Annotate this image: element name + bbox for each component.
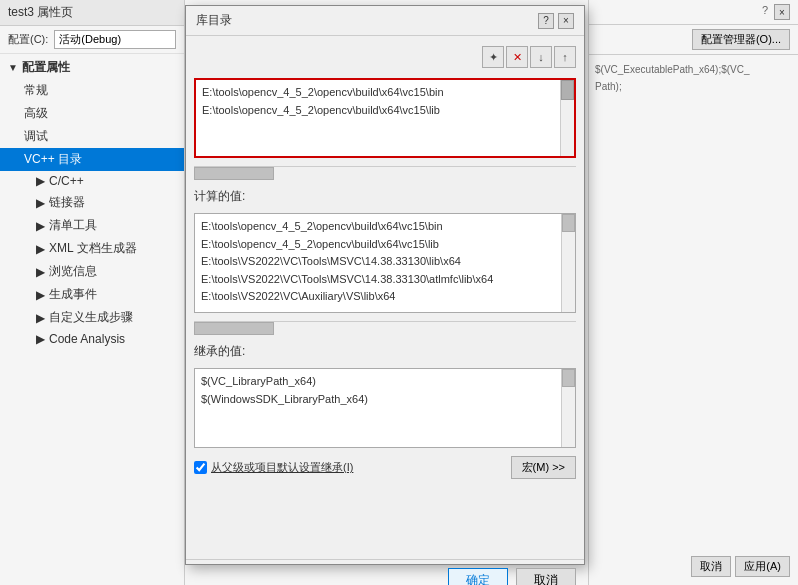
right-bg-panel: ? × 配置管理器(O)... $(VC_ExecutablePath_x64)… bbox=[588, 0, 798, 585]
edit-box-content: E:\tools\opencv_4_5_2\opencv\build\x64\v… bbox=[196, 80, 574, 123]
tree-item-custom-build[interactable]: ▶ 自定义生成步骤 bbox=[0, 306, 184, 329]
right-help-btn[interactable]: ? bbox=[762, 4, 768, 20]
h-scrollbar-2-thumb bbox=[194, 322, 274, 335]
right-config-mgr-btn[interactable]: 配置管理器(O)... bbox=[692, 29, 790, 50]
tree-item-vc-dirs[interactable]: VC++ 目录 bbox=[0, 148, 184, 171]
tree-root: ▼ 配置属性 bbox=[0, 56, 184, 79]
computed-line-3: E:\tools\VS2022\VC\Tools\MSVC\14.38.3313… bbox=[201, 253, 569, 271]
config-dropdown[interactable]: 活动(Debug) bbox=[54, 30, 176, 49]
tree-arrow: ▼ bbox=[8, 62, 18, 73]
right-footer-btns: 取消 应用(A) bbox=[691, 556, 790, 577]
properties-page-title: test3 属性页 bbox=[0, 0, 184, 26]
inherited-scrollbar[interactable] bbox=[561, 369, 575, 447]
computed-scrollbar-thumb bbox=[562, 214, 575, 232]
inherited-box-content: $(VC_LibraryPath_x64) $(WindowsSDK_Libra… bbox=[195, 369, 575, 412]
h-scrollbar[interactable] bbox=[194, 166, 576, 180]
computed-line-1: E:\tools\opencv_4_5_2\opencv\build\x64\v… bbox=[201, 218, 569, 236]
computed-scrollbar[interactable] bbox=[561, 214, 575, 312]
right-apply-btn[interactable]: 应用(A) bbox=[735, 556, 790, 577]
edit-scrollbar[interactable] bbox=[560, 80, 574, 156]
right-header: ? × bbox=[589, 0, 798, 25]
tree-item-browse[interactable]: ▶ 浏览信息 bbox=[0, 260, 184, 283]
tree-expand-arrow3: ▶ bbox=[36, 219, 45, 233]
right-bg-content: $(VC_ExecutablePath_x64);$(VC_ Path); bbox=[589, 55, 798, 101]
toolbar-delete-btn[interactable]: ✕ bbox=[506, 46, 528, 68]
ok-btn[interactable]: 确定 bbox=[448, 568, 508, 585]
inherit-checkbox[interactable] bbox=[194, 461, 207, 474]
right-close-btn[interactable]: × bbox=[774, 4, 790, 20]
macro-btn[interactable]: 宏(M) >> bbox=[511, 456, 576, 479]
checkbox-row: 从父级或项目默认设置继承(I) bbox=[194, 460, 353, 475]
tree-expand-arrow8: ▶ bbox=[36, 332, 45, 346]
tree-item-build-events[interactable]: ▶ 生成事件 bbox=[0, 283, 184, 306]
inherit-checkbox-label[interactable]: 从父级或项目默认设置继承(I) bbox=[211, 460, 353, 475]
checkbox-macro-row: 从父级或项目默认设置继承(I) 宏(M) >> bbox=[194, 456, 576, 479]
edit-box[interactable]: E:\tools\opencv_4_5_2\opencv\build\x64\v… bbox=[194, 78, 576, 158]
tree-expand-arrow: ▶ bbox=[36, 174, 45, 188]
right-bg-line1: $(VC_ExecutablePath_x64);$(VC_ bbox=[595, 61, 792, 78]
edit-scrollbar-thumb bbox=[561, 80, 574, 100]
tree-item-advanced[interactable]: 高级 bbox=[0, 102, 184, 125]
inherited-line-2: $(WindowsSDK_LibraryPath_x64) bbox=[201, 391, 569, 409]
dialog-body: ✦ ✕ ↓ ↑ E:\tools\opencv_4_5_2\opencv\bui… bbox=[186, 36, 584, 559]
computed-line-2: E:\tools\opencv_4_5_2\opencv\build\x64\v… bbox=[201, 236, 569, 254]
dialog-title: 库目录 bbox=[196, 12, 232, 29]
right-bg-line2: Path); bbox=[595, 78, 792, 95]
computed-line-4: E:\tools\VS2022\VC\Tools\MSVC\14.38.3313… bbox=[201, 271, 569, 289]
config-label: 配置(C): bbox=[8, 32, 48, 47]
dialog-close-btn[interactable]: × bbox=[558, 13, 574, 29]
computed-box: E:\tools\opencv_4_5_2\opencv\build\x64\v… bbox=[194, 213, 576, 313]
properties-tree: ▼ 配置属性 常规 高级 调试 VC++ 目录 ▶ C/C++ ▶ 链接器 ▶ … bbox=[0, 54, 184, 351]
tree-item-cpp[interactable]: ▶ C/C++ bbox=[0, 171, 184, 191]
edit-line-1: E:\tools\opencv_4_5_2\opencv\build\x64\v… bbox=[202, 84, 568, 102]
left-properties-panel: test3 属性页 配置(C): 活动(Debug) ▼ 配置属性 常规 高级 … bbox=[0, 0, 185, 585]
right-cancel-btn[interactable]: 取消 bbox=[691, 556, 731, 577]
inherited-label: 继承的值: bbox=[194, 343, 576, 360]
h-scrollbar-2[interactable] bbox=[194, 321, 576, 335]
tree-item-linker[interactable]: ▶ 链接器 bbox=[0, 191, 184, 214]
dialog-controls: ? × bbox=[538, 13, 574, 29]
lib-toolbar: ✦ ✕ ↓ ↑ bbox=[194, 44, 576, 70]
tree-expand-arrow2: ▶ bbox=[36, 196, 45, 210]
cancel-btn[interactable]: 取消 bbox=[516, 568, 576, 585]
tree-item-general[interactable]: 常规 bbox=[0, 79, 184, 102]
config-row: 配置(C): 活动(Debug) bbox=[0, 26, 184, 54]
dialog-titlebar: 库目录 ? × bbox=[186, 6, 584, 36]
tree-expand-arrow4: ▶ bbox=[36, 242, 45, 256]
inherited-scrollbar-thumb bbox=[562, 369, 575, 387]
tree-item-code-analysis[interactable]: ▶ Code Analysis bbox=[0, 329, 184, 349]
inherited-box: $(VC_LibraryPath_x64) $(WindowsSDK_Libra… bbox=[194, 368, 576, 448]
dialog-help-btn[interactable]: ? bbox=[538, 13, 554, 29]
computed-box-content: E:\tools\opencv_4_5_2\opencv\build\x64\v… bbox=[195, 214, 575, 310]
computed-line-5: E:\tools\VS2022\VC\Auxiliary\VS\lib\x64 bbox=[201, 288, 569, 306]
inherited-line-1: $(VC_LibraryPath_x64) bbox=[201, 373, 569, 391]
toolbar-new-btn[interactable]: ✦ bbox=[482, 46, 504, 68]
tree-expand-arrow7: ▶ bbox=[36, 311, 45, 325]
tree-item-debug[interactable]: 调试 bbox=[0, 125, 184, 148]
tree-item-manifest[interactable]: ▶ 清单工具 bbox=[0, 214, 184, 237]
tree-expand-arrow6: ▶ bbox=[36, 288, 45, 302]
tree-expand-arrow5: ▶ bbox=[36, 265, 45, 279]
edit-line-2: E:\tools\opencv_4_5_2\opencv\build\x64\v… bbox=[202, 102, 568, 120]
tree-item-xml[interactable]: ▶ XML 文档生成器 bbox=[0, 237, 184, 260]
toolbar-down-btn[interactable]: ↓ bbox=[530, 46, 552, 68]
library-dialog: 库目录 ? × ✦ ✕ ↓ ↑ E:\tools\opencv_4_5_2\o bbox=[185, 5, 585, 565]
h-scrollbar-thumb bbox=[194, 167, 274, 180]
computed-label: 计算的值: bbox=[194, 188, 576, 205]
toolbar-up-btn[interactable]: ↑ bbox=[554, 46, 576, 68]
dialog-footer: 确定 取消 bbox=[186, 559, 584, 585]
